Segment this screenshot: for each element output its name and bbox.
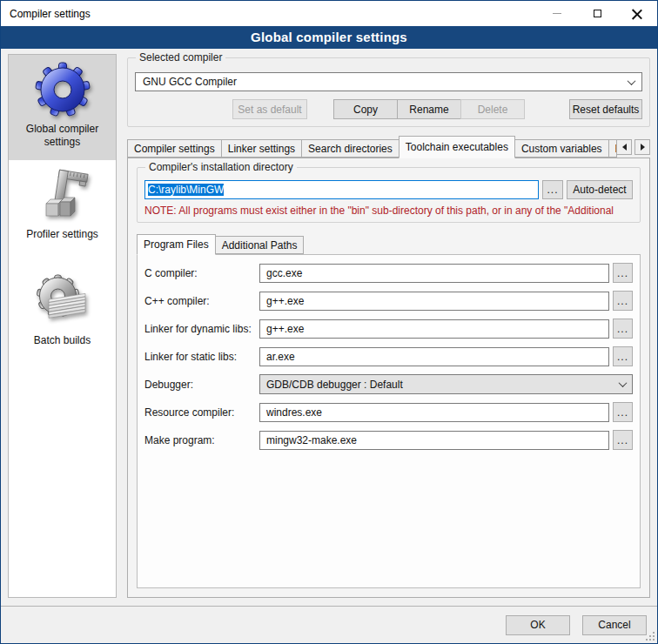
sidebar-item-label: Batch builds: [34, 334, 91, 347]
ok-button[interactable]: OK: [506, 615, 570, 635]
minimize-button[interactable]: [537, 1, 577, 26]
minimize-icon: [553, 13, 561, 14]
tab-scroll-left-button[interactable]: [616, 139, 632, 155]
resource-compiler-input[interactable]: [259, 403, 609, 422]
browse-c-compiler-button[interactable]: ...: [613, 263, 633, 283]
rename-button[interactable]: Rename: [397, 99, 461, 119]
maximize-icon: [594, 10, 601, 17]
field-label: C compiler:: [144, 267, 259, 279]
sidebar-item-label: Profiler settings: [26, 228, 98, 241]
make-program-input[interactable]: [259, 431, 609, 450]
chevron-down-icon: [628, 77, 636, 85]
cancel-button[interactable]: Cancel: [582, 615, 647, 635]
browse-directory-button[interactable]: ...: [542, 180, 563, 199]
caliper-icon: [35, 167, 91, 223]
field-label: C++ compiler:: [144, 295, 259, 307]
field-row-c-compiler: C compiler: ...: [144, 263, 633, 283]
cpp-compiler-input[interactable]: [259, 292, 609, 311]
window-title: Compiler settings: [1, 8, 91, 20]
toolchain-executables-page: Compiler's installation directory C:\ray…: [127, 158, 650, 598]
installation-directory-group: Compiler's installation directory C:\ray…: [137, 167, 641, 223]
tab-custom-variables[interactable]: Custom variables: [514, 139, 609, 158]
field-row-debugger: Debugger: GDB/CDB debugger : Default: [144, 374, 633, 394]
dialog-body: Global compiler settings: [1, 49, 657, 606]
field-label: Linker for dynamic libs:: [144, 323, 259, 335]
browse-static-linker-button[interactable]: ...: [613, 346, 633, 366]
program-files-tab-bar: Program Files Additional Paths: [137, 233, 641, 254]
browse-dynamic-linker-button[interactable]: ...: [613, 319, 633, 339]
field-row-static-linker: Linker for static libs: ...: [144, 346, 633, 366]
dialog-footer: OK Cancel: [1, 606, 657, 643]
tab-toolchain-executables[interactable]: Toolchain executables: [399, 136, 515, 158]
compiler-buttons-row: Set as default Copy Rename Delete Reset …: [135, 99, 642, 119]
maximize-button[interactable]: [577, 1, 617, 26]
settings-category-list: Global compiler settings: [8, 54, 117, 598]
compiler-settings-dialog: Compiler settings Global compiler settin…: [0, 0, 658, 644]
arrow-left-icon: [619, 144, 627, 151]
set-as-default-button[interactable]: Set as default: [232, 99, 307, 119]
settings-tab-bar: Compiler settings Linker settings Search…: [127, 135, 650, 158]
title-bar: Compiler settings: [1, 1, 657, 26]
field-label: Linker for static libs:: [144, 351, 259, 363]
sidebar-item-profiler-settings[interactable]: Profiler settings: [9, 160, 116, 252]
field-label: Debugger:: [144, 379, 259, 391]
compiler-select[interactable]: GNU GCC Compiler: [135, 72, 642, 91]
browse-make-program-button[interactable]: ...: [613, 430, 633, 450]
field-row-dynamic-linker: Linker for dynamic libs: ...: [144, 319, 633, 339]
field-row-cpp-compiler: C++ compiler: ...: [144, 291, 633, 311]
tab-additional-paths[interactable]: Additional Paths: [215, 236, 305, 254]
field-label: Resource compiler:: [144, 406, 259, 419]
tab-linker-settings[interactable]: Linker settings: [221, 139, 302, 158]
auto-detect-button[interactable]: Auto-detect: [567, 180, 633, 199]
blue-gear-icon: [35, 62, 91, 117]
sidebar-item-batch-builds[interactable]: Batch builds: [9, 266, 116, 359]
tab-scroll-buttons: [616, 139, 650, 158]
browse-cpp-compiler-button[interactable]: ...: [613, 291, 633, 311]
arrow-right-icon: [641, 144, 648, 151]
chevron-down-icon: [619, 379, 628, 387]
installation-directory-value: C:\raylib\MinGW: [148, 184, 224, 196]
sidebar-item-label: Global compiler settings: [12, 123, 112, 149]
reset-defaults-button[interactable]: Reset defaults: [569, 99, 642, 119]
installation-directory-input[interactable]: C:\raylib\MinGW: [144, 180, 539, 199]
tab-program-files[interactable]: Program Files: [137, 234, 216, 255]
group-label: Compiler's installation directory: [145, 161, 297, 173]
sidebar-item-global-compiler-settings[interactable]: Global compiler settings: [9, 55, 116, 160]
close-button[interactable]: [617, 1, 657, 26]
resize-grip[interactable]: [653, 639, 655, 641]
compiler-select-value: GNU GCC Compiler: [143, 76, 237, 88]
field-row-make-program: Make program: ...: [144, 430, 633, 450]
tab-scroll-right-button[interactable]: [634, 139, 650, 155]
program-files-page: C compiler: ... C++ compiler: ... Linker…: [137, 254, 641, 588]
main-panel: Selected compiler GNU GCC Compiler Set a…: [127, 54, 650, 598]
browse-resource-compiler-button[interactable]: ...: [613, 402, 633, 422]
tab-search-directories[interactable]: Search directories: [301, 139, 400, 158]
debugger-select-value: GDB/CDB debugger : Default: [266, 379, 403, 391]
copy-button[interactable]: Copy: [333, 99, 398, 119]
group-label: Selected compiler: [136, 51, 225, 64]
delete-button[interactable]: Delete: [460, 99, 525, 119]
field-row-resource-compiler: Resource compiler: ...: [144, 402, 633, 422]
window-controls: [537, 1, 657, 26]
page-title: Global compiler settings: [1, 26, 657, 49]
c-compiler-input[interactable]: [259, 264, 609, 283]
selected-compiler-group: Selected compiler GNU GCC Compiler Set a…: [127, 57, 650, 127]
field-label: Make program:: [144, 434, 259, 446]
tab-compiler-settings[interactable]: Compiler settings: [127, 139, 222, 158]
static-linker-input[interactable]: [259, 347, 609, 366]
gray-gear-stack-icon: [35, 273, 91, 329]
close-icon: [632, 9, 642, 19]
debugger-select[interactable]: GDB/CDB debugger : Default: [259, 374, 633, 394]
installation-directory-row: C:\raylib\MinGW ... Auto-detect: [144, 180, 633, 199]
bin-subdirectory-note: NOTE: All programs must exist either in …: [144, 205, 633, 217]
dynamic-linker-input[interactable]: [259, 319, 609, 339]
